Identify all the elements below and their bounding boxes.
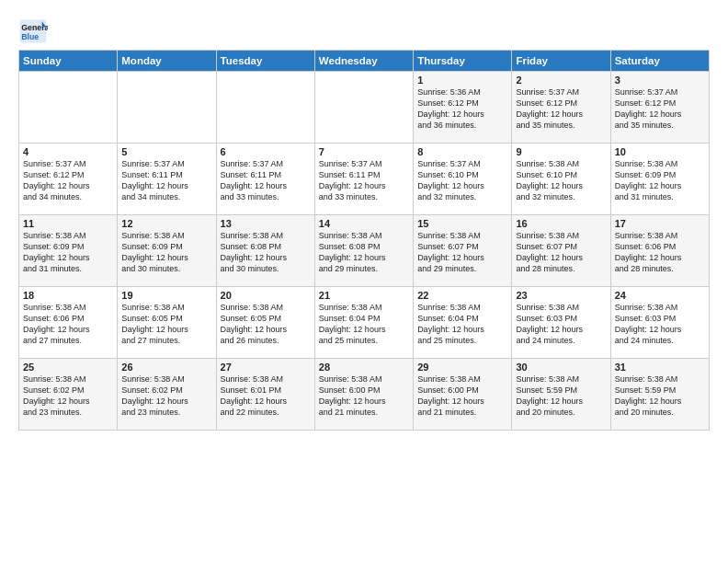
calendar-cell: 1Sunrise: 5:36 AM Sunset: 6:12 PM Daylig… <box>414 72 512 144</box>
day-info: Sunrise: 5:38 AM Sunset: 6:10 PM Dayligh… <box>516 158 606 203</box>
day-info: Sunrise: 5:38 AM Sunset: 6:04 PM Dayligh… <box>319 302 409 347</box>
day-number: 14 <box>319 218 409 229</box>
page: General Blue SundayMondayTuesdayWednesda… <box>0 0 728 563</box>
calendar-cell: 6Sunrise: 5:37 AM Sunset: 6:11 PM Daylig… <box>216 144 314 215</box>
day-info: Sunrise: 5:38 AM Sunset: 6:04 PM Dayligh… <box>417 302 507 347</box>
calendar-cell: 16Sunrise: 5:38 AM Sunset: 6:07 PM Dayli… <box>512 215 610 287</box>
calendar-cell: 14Sunrise: 5:38 AM Sunset: 6:08 PM Dayli… <box>314 215 413 287</box>
calendar-week-row: 4Sunrise: 5:37 AM Sunset: 6:12 PM Daylig… <box>19 144 710 215</box>
day-info: Sunrise: 5:38 AM Sunset: 6:03 PM Dayligh… <box>516 302 606 347</box>
day-info: Sunrise: 5:38 AM Sunset: 6:08 PM Dayligh… <box>221 230 311 275</box>
day-info: Sunrise: 5:38 AM Sunset: 6:05 PM Dayligh… <box>121 302 211 347</box>
calendar-cell: 9Sunrise: 5:38 AM Sunset: 6:10 PM Daylig… <box>512 144 610 215</box>
day-info: Sunrise: 5:38 AM Sunset: 6:06 PM Dayligh… <box>23 302 113 347</box>
day-info: Sunrise: 5:37 AM Sunset: 6:12 PM Dayligh… <box>516 86 606 132</box>
svg-text:Blue: Blue <box>21 32 39 41</box>
day-info: Sunrise: 5:37 AM Sunset: 6:12 PM Dayligh… <box>23 158 113 203</box>
day-info: Sunrise: 5:38 AM Sunset: 6:09 PM Dayligh… <box>23 230 113 275</box>
day-info: Sunrise: 5:37 AM Sunset: 6:11 PM Dayligh… <box>319 158 409 203</box>
day-number: 15 <box>417 218 507 229</box>
calendar-cell: 19Sunrise: 5:38 AM Sunset: 6:05 PM Dayli… <box>118 287 216 359</box>
day-info: Sunrise: 5:38 AM Sunset: 6:08 PM Dayligh… <box>319 230 409 275</box>
day-info: Sunrise: 5:38 AM Sunset: 6:02 PM Dayligh… <box>121 373 211 419</box>
day-number: 25 <box>23 362 113 373</box>
day-info: Sunrise: 5:38 AM Sunset: 6:09 PM Dayligh… <box>121 230 211 275</box>
calendar-cell: 28Sunrise: 5:38 AM Sunset: 6:00 PM Dayli… <box>314 359 413 431</box>
calendar-cell <box>19 72 118 144</box>
day-info: Sunrise: 5:38 AM Sunset: 6:09 PM Dayligh… <box>615 158 705 203</box>
day-info: Sunrise: 5:38 AM Sunset: 6:03 PM Dayligh… <box>615 302 705 347</box>
day-number: 19 <box>121 290 211 301</box>
calendar-cell: 17Sunrise: 5:38 AM Sunset: 6:06 PM Dayli… <box>610 215 709 287</box>
day-info: Sunrise: 5:38 AM Sunset: 6:02 PM Dayligh… <box>23 373 113 419</box>
day-number: 16 <box>516 218 606 229</box>
day-info: Sunrise: 5:37 AM Sunset: 6:10 PM Dayligh… <box>417 158 507 203</box>
day-number: 22 <box>417 290 507 301</box>
day-number: 2 <box>516 75 606 86</box>
day-number: 11 <box>23 218 113 229</box>
day-info: Sunrise: 5:38 AM Sunset: 6:06 PM Dayligh… <box>615 230 705 275</box>
header: General Blue <box>18 18 710 44</box>
calendar-week-row: 25Sunrise: 5:38 AM Sunset: 6:02 PM Dayli… <box>19 359 710 431</box>
calendar-cell: 11Sunrise: 5:38 AM Sunset: 6:09 PM Dayli… <box>19 215 118 287</box>
day-number: 3 <box>615 75 705 86</box>
day-info: Sunrise: 5:38 AM Sunset: 6:01 PM Dayligh… <box>221 373 311 419</box>
day-number: 30 <box>516 362 606 373</box>
calendar-cell <box>216 72 314 144</box>
day-info: Sunrise: 5:37 AM Sunset: 6:11 PM Dayligh… <box>221 158 311 203</box>
calendar-cell: 21Sunrise: 5:38 AM Sunset: 6:04 PM Dayli… <box>314 287 413 359</box>
calendar-cell: 26Sunrise: 5:38 AM Sunset: 6:02 PM Dayli… <box>118 359 216 431</box>
day-number: 21 <box>319 290 409 301</box>
calendar-day-header: Tuesday <box>216 51 314 72</box>
day-info: Sunrise: 5:37 AM Sunset: 6:12 PM Dayligh… <box>615 86 705 132</box>
day-info: Sunrise: 5:38 AM Sunset: 6:07 PM Dayligh… <box>417 230 507 275</box>
day-number: 24 <box>615 290 705 301</box>
day-number: 12 <box>121 218 211 229</box>
calendar-cell: 18Sunrise: 5:38 AM Sunset: 6:06 PM Dayli… <box>19 287 118 359</box>
day-number: 31 <box>615 362 705 373</box>
calendar-cell: 8Sunrise: 5:37 AM Sunset: 6:10 PM Daylig… <box>414 144 512 215</box>
day-number: 10 <box>615 146 705 157</box>
calendar-cell: 10Sunrise: 5:38 AM Sunset: 6:09 PM Dayli… <box>610 144 709 215</box>
logo: General Blue <box>18 18 48 44</box>
day-number: 1 <box>417 75 507 86</box>
day-info: Sunrise: 5:38 AM Sunset: 6:05 PM Dayligh… <box>221 302 311 347</box>
calendar-cell: 27Sunrise: 5:38 AM Sunset: 6:01 PM Dayli… <box>216 359 314 431</box>
calendar-day-header: Saturday <box>610 51 709 72</box>
calendar-cell: 13Sunrise: 5:38 AM Sunset: 6:08 PM Dayli… <box>216 215 314 287</box>
day-number: 20 <box>221 290 311 301</box>
day-number: 6 <box>221 146 311 157</box>
calendar-cell: 20Sunrise: 5:38 AM Sunset: 6:05 PM Dayli… <box>216 287 314 359</box>
day-number: 28 <box>319 362 409 373</box>
calendar-cell: 23Sunrise: 5:38 AM Sunset: 6:03 PM Dayli… <box>512 287 610 359</box>
day-number: 29 <box>417 362 507 373</box>
calendar-cell: 12Sunrise: 5:38 AM Sunset: 6:09 PM Dayli… <box>118 215 216 287</box>
calendar-cell: 15Sunrise: 5:38 AM Sunset: 6:07 PM Dayli… <box>414 215 512 287</box>
calendar-cell: 22Sunrise: 5:38 AM Sunset: 6:04 PM Dayli… <box>414 287 512 359</box>
day-number: 23 <box>516 290 606 301</box>
calendar-week-row: 1Sunrise: 5:36 AM Sunset: 6:12 PM Daylig… <box>19 72 710 144</box>
calendar-day-header: Wednesday <box>314 51 413 72</box>
calendar-table: SundayMondayTuesdayWednesdayThursdayFrid… <box>18 50 710 431</box>
calendar-day-header: Thursday <box>414 51 512 72</box>
day-info: Sunrise: 5:38 AM Sunset: 6:00 PM Dayligh… <box>417 373 507 419</box>
day-info: Sunrise: 5:38 AM Sunset: 5:59 PM Dayligh… <box>615 373 705 419</box>
day-number: 26 <box>121 362 211 373</box>
calendar-cell: 24Sunrise: 5:38 AM Sunset: 6:03 PM Dayli… <box>610 287 709 359</box>
calendar-cell: 5Sunrise: 5:37 AM Sunset: 6:11 PM Daylig… <box>118 144 216 215</box>
logo-icon: General Blue <box>18 18 48 44</box>
day-info: Sunrise: 5:38 AM Sunset: 6:07 PM Dayligh… <box>516 230 606 275</box>
day-number: 18 <box>23 290 113 301</box>
calendar-cell: 30Sunrise: 5:38 AM Sunset: 5:59 PM Dayli… <box>512 359 610 431</box>
calendar-cell: 7Sunrise: 5:37 AM Sunset: 6:11 PM Daylig… <box>314 144 413 215</box>
calendar-header-row: SundayMondayTuesdayWednesdayThursdayFrid… <box>19 51 710 72</box>
day-info: Sunrise: 5:37 AM Sunset: 6:11 PM Dayligh… <box>121 158 211 203</box>
calendar-day-header: Monday <box>118 51 216 72</box>
day-number: 27 <box>221 362 311 373</box>
calendar-cell: 2Sunrise: 5:37 AM Sunset: 6:12 PM Daylig… <box>512 72 610 144</box>
day-number: 13 <box>221 218 311 229</box>
calendar-cell: 3Sunrise: 5:37 AM Sunset: 6:12 PM Daylig… <box>610 72 709 144</box>
day-info: Sunrise: 5:36 AM Sunset: 6:12 PM Dayligh… <box>417 86 507 132</box>
day-number: 9 <box>516 146 606 157</box>
calendar-cell: 29Sunrise: 5:38 AM Sunset: 6:00 PM Dayli… <box>414 359 512 431</box>
